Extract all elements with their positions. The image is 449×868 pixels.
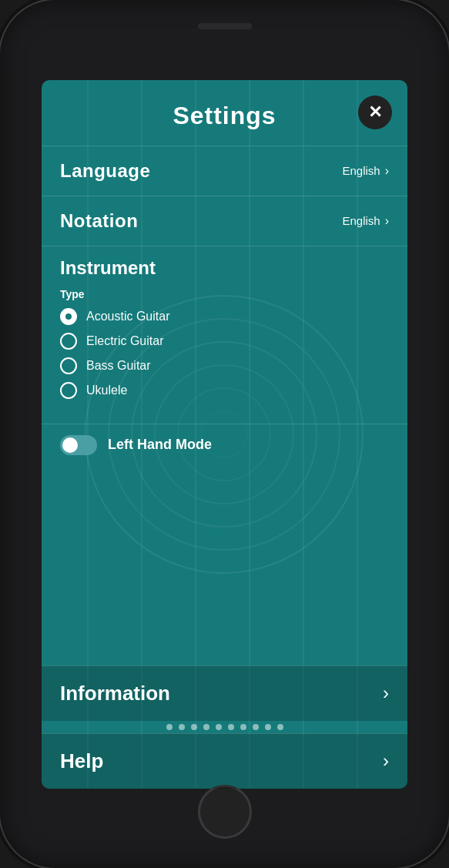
dot-7 bbox=[240, 724, 246, 730]
dot-4 bbox=[203, 724, 209, 730]
radio-electric-guitar-label: Electric Guitar bbox=[86, 334, 163, 348]
top-speaker bbox=[198, 23, 252, 29]
dot-3 bbox=[191, 724, 197, 730]
radio-electric-guitar[interactable]: Electric Guitar bbox=[60, 333, 389, 350]
notation-row[interactable]: Notation English › bbox=[42, 196, 407, 246]
page-title: Settings bbox=[173, 102, 276, 130]
settings-header: Settings ✕ bbox=[42, 80, 407, 146]
radio-acoustic-guitar[interactable]: Acoustic Guitar bbox=[60, 308, 389, 325]
phone-screen: Settings ✕ Language English › Notatio bbox=[42, 80, 407, 789]
type-label: Type bbox=[60, 288, 389, 300]
help-row[interactable]: Help › bbox=[42, 733, 407, 789]
help-label: Help bbox=[60, 749, 103, 773]
instrument-section: Instrument Type Acoustic Guitar Electric… bbox=[42, 246, 407, 424]
close-button[interactable]: ✕ bbox=[358, 96, 392, 129]
information-chevron: › bbox=[383, 682, 389, 704]
left-hand-mode-label: Left Hand Mode bbox=[108, 437, 212, 453]
notation-chevron: › bbox=[385, 214, 389, 228]
radio-acoustic-guitar-circle bbox=[60, 308, 77, 325]
dot-10 bbox=[277, 724, 283, 730]
information-label: Information bbox=[60, 682, 170, 705]
instrument-type-group: Acoustic Guitar Electric Guitar Bass Gui… bbox=[60, 308, 389, 399]
language-chevron: › bbox=[385, 164, 389, 178]
screen-content: Settings ✕ Language English › Notatio bbox=[42, 80, 407, 789]
dots-decoration bbox=[42, 721, 407, 733]
menu-section: Language English › Notation English › bbox=[42, 146, 407, 665]
radio-bass-guitar[interactable]: Bass Guitar bbox=[60, 357, 389, 374]
radio-ukulele-circle bbox=[60, 382, 77, 399]
radio-acoustic-guitar-label: Acoustic Guitar bbox=[86, 310, 169, 323]
notation-value-text: English bbox=[342, 214, 380, 227]
notation-value: English › bbox=[342, 214, 389, 228]
instrument-title: Instrument bbox=[60, 257, 389, 279]
phone-speaker-area bbox=[0, 23, 449, 29]
toggle-knob bbox=[62, 437, 78, 453]
dot-9 bbox=[265, 724, 271, 730]
radio-electric-guitar-circle bbox=[60, 333, 77, 350]
left-hand-mode-toggle[interactable] bbox=[60, 435, 97, 455]
language-label: Language bbox=[60, 160, 150, 182]
dot-8 bbox=[253, 724, 259, 730]
phone-frame: Settings ✕ Language English › Notatio bbox=[0, 0, 449, 868]
radio-bass-guitar-circle bbox=[60, 357, 77, 374]
radio-ukulele[interactable]: Ukulele bbox=[60, 382, 389, 399]
dot-6 bbox=[228, 724, 234, 730]
language-value: English › bbox=[342, 164, 389, 178]
radio-bass-guitar-label: Bass Guitar bbox=[86, 359, 151, 373]
radio-ukulele-label: Ukulele bbox=[86, 384, 127, 397]
left-hand-mode-row[interactable]: Left Hand Mode bbox=[42, 424, 407, 466]
notation-label: Notation bbox=[60, 210, 138, 232]
home-button[interactable] bbox=[198, 785, 252, 839]
close-icon: ✕ bbox=[368, 102, 382, 122]
dot-2 bbox=[179, 724, 185, 730]
language-value-text: English bbox=[342, 164, 380, 177]
help-chevron: › bbox=[383, 750, 389, 772]
language-row[interactable]: Language English › bbox=[42, 146, 407, 196]
dot-1 bbox=[166, 724, 173, 730]
dot-5 bbox=[216, 724, 222, 730]
information-row[interactable]: Information › bbox=[42, 665, 407, 721]
